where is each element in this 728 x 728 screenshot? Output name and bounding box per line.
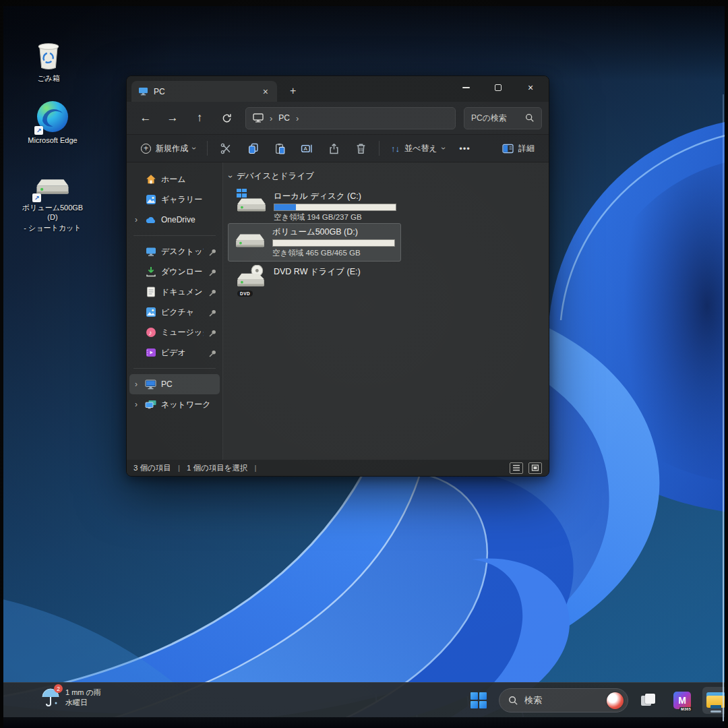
toolbar-divider bbox=[207, 141, 208, 156]
monitor-bezel-bottom bbox=[0, 717, 728, 728]
downloads-icon bbox=[145, 266, 156, 278]
sidebar-item-gallery[interactable]: ギャラリー bbox=[129, 189, 220, 210]
start-button[interactable] bbox=[465, 687, 492, 714]
sidebar-item-documents[interactable]: ドキュメント bbox=[129, 282, 220, 302]
copy-icon bbox=[247, 143, 259, 154]
drive-name: ボリューム500GB (D:) bbox=[272, 226, 395, 238]
pinned-icon bbox=[208, 308, 217, 317]
sidebar-divider bbox=[133, 368, 216, 369]
this-pc-icon bbox=[253, 113, 264, 123]
sort-button[interactable]: ↑↓ 並べ替え › bbox=[385, 138, 451, 159]
monitor-bezel-right bbox=[725, 0, 728, 728]
sidebar-item-music[interactable]: ♪ ミュージック bbox=[129, 322, 220, 342]
m365-tag: M365 bbox=[679, 707, 692, 711]
cut-icon bbox=[220, 143, 232, 154]
pinned-icon bbox=[208, 288, 217, 297]
windows-flag-badge bbox=[237, 189, 247, 198]
desktop-icon-label: Microsoft Edge bbox=[28, 135, 77, 145]
desktop-screen: ごみ箱 ↗ Microsoft Edge bbox=[0, 0, 728, 728]
tab-pc[interactable]: PC × bbox=[131, 81, 277, 102]
forward-button[interactable]: → bbox=[160, 107, 185, 129]
microsoft-365-button[interactable]: M M365 bbox=[669, 687, 696, 714]
maximize-button[interactable] bbox=[487, 78, 510, 97]
sidebar-item-pc[interactable]: › PC bbox=[129, 374, 220, 394]
rename-button[interactable]: A bbox=[294, 138, 320, 159]
sidebar-divider bbox=[133, 235, 216, 236]
minimize-button[interactable] bbox=[454, 78, 477, 97]
tab-close-button[interactable]: × bbox=[260, 86, 272, 98]
dvd-badge: DVD bbox=[237, 291, 253, 297]
search-placeholder: PCの検索 bbox=[471, 113, 520, 124]
details-view-button[interactable] bbox=[510, 462, 523, 474]
share-icon bbox=[328, 143, 340, 154]
taskbar-search-box[interactable]: 検索 bbox=[499, 688, 628, 712]
task-view-button[interactable] bbox=[635, 687, 662, 714]
paste-button[interactable] bbox=[267, 138, 293, 159]
details-pane-button[interactable]: 詳細 bbox=[496, 138, 541, 159]
search-icon bbox=[508, 696, 518, 706]
photographed-monitor: ごみ箱 ↗ Microsoft Edge bbox=[0, 0, 728, 728]
sidebar-item-pictures[interactable]: ピクチャ bbox=[129, 302, 220, 322]
chevron-down-icon: › bbox=[189, 147, 199, 150]
dvd-drive-item[interactable]: DVD DVD RW ドライブ (E:) bbox=[230, 262, 366, 297]
new-button[interactable]: + 新規作成 › bbox=[135, 138, 202, 159]
copy-button[interactable] bbox=[240, 138, 266, 159]
free-space-label: 空き領域 194 GB/237 GB bbox=[274, 212, 396, 222]
breadcrumb-segment-pc[interactable]: PC bbox=[278, 113, 290, 123]
drive-d-item[interactable]: ボリューム500GB (D:) 空き領域 465 GB/465 GB bbox=[228, 223, 401, 262]
capacity-bar bbox=[274, 204, 396, 211]
up-button[interactable]: ↑ bbox=[187, 107, 212, 129]
chevron-down-icon: › bbox=[226, 175, 235, 178]
window-body: ホーム ギャラリー › OneDrive bbox=[127, 162, 549, 460]
weather-widget[interactable]: 2 1 mm の雨 水曜日 bbox=[40, 687, 101, 708]
sidebar-item-home[interactable]: ホーム bbox=[129, 169, 220, 189]
search-box[interactable]: PCの検索 bbox=[464, 107, 542, 129]
details-pane-icon bbox=[502, 144, 514, 154]
new-button-label: 新規作成 bbox=[156, 143, 188, 154]
home-icon bbox=[145, 174, 156, 185]
m365-icon: M M365 bbox=[673, 692, 691, 709]
desktop-icon-label: ボリューム500GB (D) bbox=[18, 203, 88, 222]
windows-logo-icon bbox=[471, 692, 487, 708]
large-icons-view-button[interactable] bbox=[528, 462, 542, 474]
sort-arrows-icon: ↑↓ bbox=[391, 144, 400, 154]
delete-button[interactable] bbox=[348, 138, 373, 159]
desktop-icon-edge[interactable]: ↗ Microsoft Edge bbox=[18, 100, 88, 145]
drive-c-item[interactable]: ローカル ディスク (C:) 空き領域 194 GB/237 GB bbox=[230, 188, 402, 225]
chevron-right-icon: › bbox=[132, 215, 140, 224]
devices-and-drives-header[interactable]: › デバイスとドライブ bbox=[229, 171, 314, 182]
monitor-bezel-left bbox=[0, 0, 3, 728]
pinned-icon bbox=[208, 348, 217, 357]
sidebar-item-desktop[interactable]: デスクトップ bbox=[129, 241, 220, 262]
status-bar: 3 個の項目 | 1 個の項目を選択 | bbox=[127, 460, 549, 476]
chevron-right-icon: › bbox=[132, 400, 140, 409]
refresh-button[interactable] bbox=[214, 107, 239, 129]
see-more-button[interactable]: ••• bbox=[452, 138, 478, 159]
sidebar-item-videos[interactable]: ビデオ bbox=[129, 342, 220, 363]
back-button[interactable]: ← bbox=[133, 107, 158, 129]
cut-button[interactable] bbox=[213, 138, 239, 159]
search-highlights-icon[interactable] bbox=[607, 692, 624, 709]
drive-shortcut-icon: ↗ bbox=[34, 174, 71, 201]
share-button[interactable] bbox=[321, 138, 346, 159]
new-tab-button[interactable]: + bbox=[286, 84, 299, 98]
rename-icon: A bbox=[301, 143, 313, 154]
rain-umbrella-icon: 2 bbox=[40, 687, 61, 708]
content-pane: › デバイスとドライブ ローカル デ bbox=[223, 162, 549, 460]
sidebar-item-downloads[interactable]: ダウンロード bbox=[129, 262, 220, 282]
videos-icon bbox=[145, 347, 156, 359]
desktop-icon-recycle-bin[interactable]: ごみ箱 bbox=[13, 38, 84, 83]
music-icon: ♪ bbox=[145, 327, 156, 338]
network-icon bbox=[145, 399, 156, 411]
navigation-pane: ホーム ギャラリー › OneDrive bbox=[127, 162, 223, 460]
minimize-icon bbox=[462, 87, 470, 88]
file-explorer-window: PC × + × ← → ↑ bbox=[126, 75, 549, 477]
address-bar[interactable]: › PC › bbox=[245, 107, 456, 129]
shortcut-arrow-badge: ↗ bbox=[32, 193, 41, 202]
desktop-icon-volume-shortcut[interactable]: ↗ ボリューム500GB (D) - ショートカット bbox=[18, 174, 88, 233]
close-button[interactable]: × bbox=[519, 78, 542, 97]
selected-count: 1 個の項目を選択 bbox=[187, 463, 248, 473]
taskbar-search-label: 検索 bbox=[524, 694, 601, 706]
sidebar-item-onedrive[interactable]: › OneDrive bbox=[129, 210, 220, 230]
sidebar-item-network[interactable]: › ネットワーク bbox=[129, 394, 220, 415]
